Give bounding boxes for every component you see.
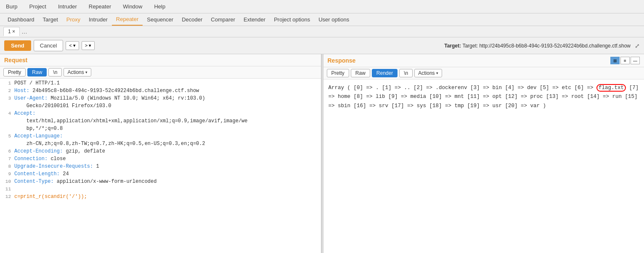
tab-comparer[interactable]: Comparer: [207, 14, 239, 25]
target-url: Target: http://24b495c8-b6b8-494c-9193-5…: [462, 43, 631, 49]
code-line-12: 12 c=print_r(scandir('/'));: [0, 194, 321, 201]
response-panel-title: Response: [328, 57, 356, 64]
single-icon: —: [633, 58, 637, 63]
request-panel-header: Request: [0, 54, 321, 66]
request-pretty-btn[interactable]: Pretty: [3, 68, 26, 76]
code-line-3b: Gecko/20100101 Firefox/103.0: [0, 103, 321, 111]
code-line-4: 4 Accept:: [0, 111, 321, 118]
menu-burp[interactable]: Burp: [3, 2, 20, 11]
expand-icon[interactable]: ⤢: [635, 42, 640, 49]
response-pretty-btn[interactable]: Pretty: [327, 69, 349, 77]
menu-window[interactable]: Window: [120, 2, 145, 11]
send-button[interactable]: Send: [4, 40, 31, 51]
menu-repeater[interactable]: Repeater: [86, 2, 114, 11]
tab-intruder[interactable]: Intruder: [85, 14, 112, 25]
view-list-btn[interactable]: ≡: [620, 57, 630, 64]
code-line-8: 8 Upgrade-Insecure-Requests: 1: [0, 163, 321, 171]
flag-highlight: flag.txt: [596, 84, 626, 92]
nav-back-button[interactable]: < ▾: [66, 41, 79, 50]
code-line-2: 2 Host: 24b495c8-b6b8-494c-9193-52c49224…: [0, 88, 321, 95]
code-line-7: 7 Connection: close: [0, 156, 321, 163]
response-content-area: Array ( [0] => . [1] => .. [2] => .docke…: [323, 79, 644, 253]
repeater-tab-new[interactable]: …: [21, 28, 27, 35]
response-render-btn[interactable]: Render: [372, 69, 398, 77]
main-content: Request Pretty Raw \n Actions ▾ 1 POST /…: [0, 54, 644, 253]
code-line-1: 1 POST / HTTP/1.1: [0, 80, 321, 88]
menu-help[interactable]: Help: [151, 2, 168, 11]
request-raw-btn[interactable]: Raw: [27, 68, 47, 76]
actions-chevron-icon: ▾: [85, 70, 87, 74]
request-actions-label: Actions: [67, 69, 84, 75]
menu-project[interactable]: Project: [27, 2, 48, 11]
response-panel-header: Response ⊞ ≡ —: [323, 54, 644, 67]
request-code-area[interactable]: 1 POST / HTTP/1.1 2 Host: 24b495c8-b6b8-…: [0, 79, 321, 253]
code-line-5: 5 Accept-Language:: [0, 133, 321, 141]
response-actions-btn[interactable]: Actions ▾: [414, 69, 442, 77]
response-panel: Response ⊞ ≡ — Pretty Raw Render \n Acti…: [323, 54, 644, 253]
view-single-btn[interactable]: —: [631, 57, 640, 64]
main-tab-bar: Dashboard Target Proxy Intruder Repeater…: [0, 13, 644, 26]
tab-project-options[interactable]: Project options: [270, 14, 314, 25]
response-actions-label: Actions: [418, 70, 435, 76]
request-actions-btn[interactable]: Actions ▾: [64, 68, 91, 76]
tab-proxy[interactable]: Proxy: [62, 14, 85, 25]
code-line-4c: bp,*/*;q=0.8: [0, 126, 321, 133]
menu-bar: Burp Project Intruder Repeater Window He…: [0, 0, 644, 13]
target-info: Target: Target: http://24b495c8-b6b8-494…: [444, 43, 631, 49]
chevron-left-icon: <: [69, 43, 72, 48]
tab-extender[interactable]: Extender: [239, 14, 270, 25]
code-line-5b: zh-CN,zh;q=0.8,zh-TW;q=0.7,zh-HK;q=0.5,e…: [0, 141, 321, 148]
tab-target[interactable]: Target: [39, 14, 62, 25]
code-line-4b: text/html,application/xhtml+xml,applicat…: [0, 118, 321, 126]
menu-intruder[interactable]: Intruder: [56, 2, 80, 11]
request-hex-btn[interactable]: \n: [48, 68, 62, 76]
toolbar: Send Cancel < ▾ > ▾ Target: Target: http…: [0, 37, 644, 54]
request-sub-toolbar: Pretty Raw \n Actions ▾: [0, 66, 321, 79]
response-actions-chevron-icon: ▾: [436, 71, 438, 75]
response-hex-btn[interactable]: \n: [399, 69, 413, 77]
response-raw-btn[interactable]: Raw: [351, 69, 370, 77]
request-panel: Request Pretty Raw \n Actions ▾ 1 POST /…: [0, 54, 321, 253]
response-text-before-flag: Array ( [0] => . [1] => .. [2] => .docke…: [329, 85, 597, 91]
tab-sequencer[interactable]: Sequencer: [143, 14, 178, 25]
tab-repeater[interactable]: Repeater: [112, 13, 143, 26]
view-toggle: ⊞ ≡ —: [610, 57, 640, 64]
code-line-11: 11: [0, 186, 321, 194]
list-icon: ≡: [624, 58, 626, 63]
view-grid-btn[interactable]: ⊞: [610, 57, 620, 64]
tab-user-options[interactable]: User options: [314, 14, 353, 25]
repeater-tab-bar: 1 × …: [0, 26, 644, 37]
nav-forward-button[interactable]: > ▾: [82, 41, 95, 50]
tab-decoder[interactable]: Decoder: [178, 14, 207, 25]
request-panel-title: Request: [4, 57, 27, 63]
code-line-3: 3 User-Agent: Mozilla/5.0 (Windows NT 10…: [0, 95, 321, 103]
cancel-button[interactable]: Cancel: [34, 40, 63, 51]
chevron-right-icon: >: [85, 43, 87, 48]
code-line-9: 9 Content-Length: 24: [0, 171, 321, 179]
dropdown-back-icon: ▾: [73, 43, 76, 48]
grid-icon: ⊞: [613, 58, 617, 63]
dropdown-forward-icon: ▾: [89, 43, 91, 48]
repeater-tab-1[interactable]: 1 ×: [3, 27, 20, 36]
tab-dashboard[interactable]: Dashboard: [3, 14, 39, 25]
code-line-10: 10 Content-Type: application/x-www-form-…: [0, 179, 321, 186]
response-sub-toolbar: Pretty Raw Render \n Actions ▾: [323, 67, 644, 79]
code-line-6: 6 Accept-Encoding: gzip, deflate: [0, 148, 321, 156]
